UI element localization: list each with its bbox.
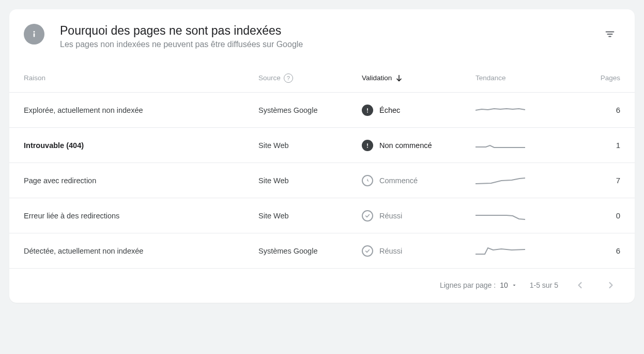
cell-reason: Introuvable (404) [24, 141, 258, 150]
cell-source: Systèmes Google [258, 247, 362, 255]
cell-reason: Explorée, actuellement non indexée [24, 106, 258, 114]
check-icon [362, 210, 373, 222]
card-title: Pourquoi des pages ne sont pas indexées [60, 24, 600, 38]
cell-reason: Erreur liée à des redirections [24, 212, 258, 220]
card-subtitle: Les pages non indexées ne peuvent pas êt… [60, 40, 600, 49]
cell-reason: Page avec redirection [24, 176, 258, 185]
svg-rect-6 [367, 108, 368, 110]
cell-validation: Réussi [362, 245, 476, 257]
next-page-button[interactable] [602, 276, 620, 294]
svg-point-0 [34, 31, 35, 33]
table-row[interactable]: Introuvable (404)Site WebNon commencé1 [9, 128, 635, 163]
cell-pages: 6 [569, 246, 620, 255]
column-header-validation-label: Validation [362, 74, 392, 82]
svg-line-11 [367, 181, 369, 181]
validation-label: Échec [379, 106, 400, 114]
cell-trend [476, 138, 569, 153]
sparkline [476, 209, 527, 223]
cell-source: Site Web [258, 141, 362, 150]
pagination-range: 1-5 sur 5 [530, 281, 558, 289]
cell-validation: Réussi [362, 210, 476, 222]
rows-per-page-label: Lignes par page : [440, 281, 496, 289]
arrow-down-icon [395, 74, 403, 82]
svg-point-9 [367, 146, 368, 148]
cell-reason: Détectée, actuellement non indexée [24, 247, 258, 255]
pagination: Lignes par page : 10 1-5 sur 5 [9, 269, 635, 294]
validation-label: Réussi [379, 247, 402, 255]
cell-trend [476, 244, 569, 258]
chevron-right-icon [606, 280, 616, 290]
info-icon [24, 24, 44, 45]
column-header-trend[interactable]: Tendance [476, 74, 569, 82]
cell-pages: 1 [569, 141, 620, 150]
cell-source: Systèmes Google [258, 106, 362, 114]
cell-source: Site Web [258, 176, 362, 185]
column-header-reason[interactable]: Raison [24, 74, 258, 82]
help-icon[interactable]: ? [284, 73, 293, 83]
sparkline [476, 173, 527, 188]
validation-label: Non commencé [379, 141, 432, 150]
cell-validation: Non commencé [362, 140, 476, 151]
indexing-reasons-card: Pourquoi des pages ne sont pas indexées … [9, 9, 635, 303]
cell-pages: 0 [569, 211, 620, 220]
sparkline [476, 138, 527, 153]
column-header-pages[interactable]: Pages [569, 74, 620, 82]
sparkline [476, 244, 527, 258]
header-text: Pourquoi des pages ne sont pas indexées … [60, 24, 600, 49]
filter-icon [604, 28, 616, 40]
filter-button[interactable] [600, 24, 620, 45]
cell-validation: Commencé [362, 175, 476, 186]
cell-pages: 6 [569, 106, 620, 114]
cell-validation: Échec [362, 105, 476, 116]
cell-source: Site Web [258, 212, 362, 220]
validation-label: Commencé [379, 176, 418, 185]
chevron-left-icon [575, 280, 585, 290]
column-header-validation[interactable]: Validation [362, 74, 476, 82]
svg-point-7 [367, 111, 368, 112]
caret-down-icon [511, 282, 517, 288]
rows-per-page: Lignes par page : 10 [440, 281, 517, 289]
rows-per-page-select[interactable]: 10 [500, 281, 517, 289]
prev-page-button[interactable] [571, 276, 589, 294]
svg-rect-1 [34, 33, 35, 37]
check-icon [362, 245, 373, 257]
clock-icon [362, 175, 373, 186]
table-row[interactable]: Page avec redirectionSite WebCommencé7 [9, 163, 635, 198]
table-row[interactable]: Détectée, actuellement non indexéeSystèm… [9, 233, 635, 269]
cell-pages: 7 [569, 176, 620, 185]
cell-trend [476, 209, 569, 223]
column-header-source[interactable]: Source ? [258, 73, 362, 83]
card-header: Pourquoi des pages ne sont pas indexées … [9, 24, 635, 64]
rows-per-page-value: 10 [500, 281, 508, 289]
exclaim-icon [362, 140, 373, 151]
svg-rect-8 [367, 143, 368, 145]
validation-label: Réussi [379, 212, 402, 220]
table-row[interactable]: Erreur liée à des redirectionsSite WebRé… [9, 198, 635, 233]
sparkline [476, 103, 527, 117]
table-row[interactable]: Explorée, actuellement non indexéeSystèm… [9, 93, 635, 128]
column-header-source-label: Source [258, 74, 281, 82]
exclaim-icon [362, 105, 373, 116]
cell-trend [476, 103, 569, 117]
cell-trend [476, 173, 569, 188]
table-header-row: Raison Source ? Validation Tendance Page… [9, 64, 635, 93]
